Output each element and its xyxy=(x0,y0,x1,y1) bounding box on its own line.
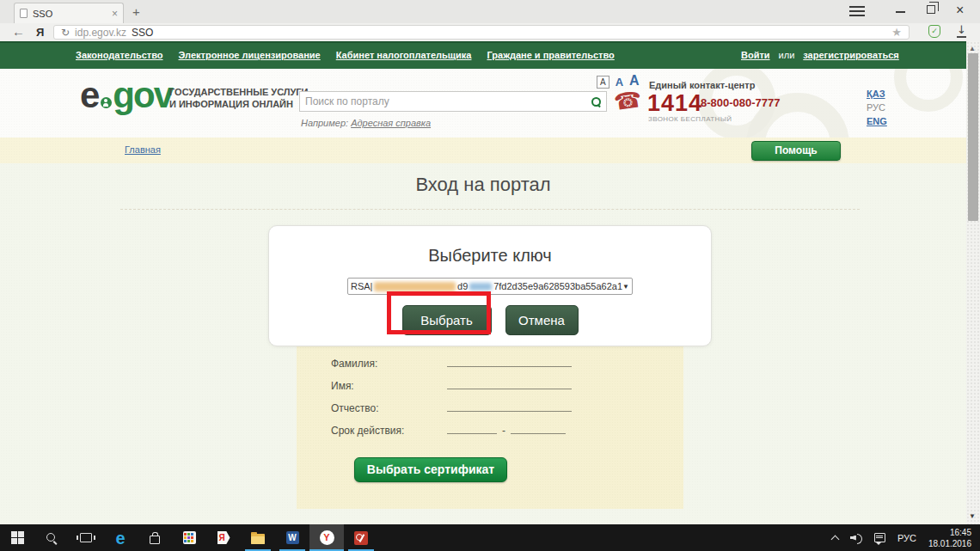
task-view-button[interactable] xyxy=(69,524,103,551)
browser-tab[interactable]: SSO × xyxy=(14,3,124,23)
address-bar: ← Я ↻ idp.egov.kz SSO ★ ✓ ↓ xyxy=(0,23,980,41)
ornament-swirl xyxy=(894,69,963,112)
start-button[interactable] xyxy=(0,524,34,551)
font-small-button[interactable]: A xyxy=(597,76,609,89)
logo-gov-text: gov xyxy=(113,79,172,112)
hidden-icons-chevron[interactable] xyxy=(830,535,839,543)
tab-close-icon[interactable]: × xyxy=(112,9,118,18)
contact-note: ЗВОНОК БЕСПЛАТНЫЙ xyxy=(648,115,732,123)
taskbar-search-button[interactable] xyxy=(34,524,69,551)
red-app-button[interactable] xyxy=(344,524,378,551)
form-row: Срок действия: - xyxy=(331,423,683,445)
back-button[interactable]: ← xyxy=(12,24,25,39)
dialog-title: Выберите ключ xyxy=(269,246,711,266)
page-scrollbar[interactable]: ▲ ▼ xyxy=(966,41,980,524)
edge-button[interactable]: e xyxy=(103,524,138,551)
form-row: Фамилия: xyxy=(331,356,683,378)
browser-tab-bar: SSO × + × xyxy=(0,0,980,23)
nav-link-citizens[interactable]: Граждане и правительство xyxy=(487,50,614,60)
field-line-surname xyxy=(447,356,572,367)
url-host: idp.egov.kz xyxy=(75,27,126,39)
clock-time: 16:45 xyxy=(928,527,971,538)
field-line-patronymic xyxy=(447,401,572,412)
url-field[interactable]: ↻ idp.egov.kz SSO ★ xyxy=(53,25,910,40)
nav-link-legislation[interactable]: Законодательство xyxy=(76,50,163,60)
field-label-name: Имя: xyxy=(331,380,447,392)
yandex-home-button[interactable]: Я xyxy=(36,26,44,39)
form-row: Имя: xyxy=(331,378,683,401)
field-label-surname: Фамилия: xyxy=(331,358,447,370)
page-icon xyxy=(20,9,28,18)
font-medium-button[interactable]: A xyxy=(616,76,623,89)
field-line-name xyxy=(447,378,572,389)
nav-link-taxpayer[interactable]: Кабинет налогоплательщика xyxy=(336,50,472,60)
yandex-search-button[interactable]: Я xyxy=(206,524,241,551)
yandex-browser-icon: Y xyxy=(320,530,334,545)
redacted-segment xyxy=(374,282,456,291)
key-prefix: RSA| xyxy=(351,281,372,291)
help-button[interactable]: Помощь xyxy=(751,141,841,161)
choose-certificate-button[interactable]: Выбрать сертификат xyxy=(354,457,507,482)
tab-title: SSO xyxy=(33,9,107,19)
contact-center-title: Единый контакт-центр xyxy=(649,80,755,90)
yandex-flag-icon: Я xyxy=(217,531,230,544)
dropdown-arrow-icon[interactable]: ▼ xyxy=(622,283,629,291)
nav-links: Законодательство Электронное лицензирова… xyxy=(76,50,615,60)
task-view-icon xyxy=(80,533,92,542)
red-app-icon xyxy=(354,531,368,545)
field-label-patronymic: Отчество: xyxy=(331,402,447,414)
apps-grid-button[interactable] xyxy=(172,524,206,551)
security-shield-icon[interactable]: ✓ xyxy=(928,25,940,38)
apps-grid-icon xyxy=(183,531,196,544)
download-icon[interactable]: ↓ xyxy=(957,24,966,38)
scrollbar-thumb[interactable] xyxy=(968,53,978,221)
nav-link-licensing[interactable]: Электронное лицензирование xyxy=(179,50,321,60)
lang-rus-current: РУС xyxy=(867,102,887,113)
store-button[interactable] xyxy=(138,524,172,551)
word-button[interactable]: W xyxy=(275,524,309,551)
search-input[interactable] xyxy=(305,95,591,107)
windows-logo-icon xyxy=(11,531,24,544)
portal-search xyxy=(299,91,607,112)
breadcrumb-strip: Главная Помощь xyxy=(0,138,966,163)
login-link[interactable]: Войти xyxy=(741,50,770,60)
key-suffix: 7fd2d35e9a628593ba55a62a1 xyxy=(493,281,622,291)
scroll-up-arrow[interactable]: ▲ xyxy=(969,45,976,52)
range-separator: - xyxy=(502,425,505,437)
scroll-down-arrow[interactable]: ▼ xyxy=(969,512,976,520)
lang-eng-link[interactable]: ENG xyxy=(867,116,887,126)
word-icon: W xyxy=(286,531,299,544)
volume-icon[interactable] xyxy=(850,533,862,543)
yandex-browser-button[interactable]: Y xyxy=(309,524,344,551)
example-link[interactable]: Адресная справка xyxy=(351,118,431,128)
window-minimize-button[interactable] xyxy=(896,11,905,13)
window-close-button[interactable]: × xyxy=(956,3,964,18)
auth-links: Войти или зарегистрироваться xyxy=(741,50,899,60)
register-link[interactable]: зарегистрироваться xyxy=(803,50,898,60)
key-mid: d9 xyxy=(457,281,468,291)
input-language-indicator[interactable]: РУС xyxy=(897,533,916,543)
store-bag-icon xyxy=(150,536,160,544)
cancel-button[interactable]: Отмена xyxy=(505,305,579,335)
reload-icon[interactable]: ↻ xyxy=(61,27,70,39)
search-icon[interactable] xyxy=(591,97,601,107)
lang-kaz-link[interactable]: ҚАЗ xyxy=(867,89,887,99)
file-explorer-button[interactable] xyxy=(241,524,275,551)
top-navigation: Законодательство Электронное лицензирова… xyxy=(0,41,966,69)
redacted-segment xyxy=(469,283,492,291)
field-line-valid-from xyxy=(447,423,497,434)
edge-icon: e xyxy=(115,530,125,546)
url-page-title: SSO xyxy=(132,27,886,39)
window-restore-button[interactable] xyxy=(927,5,935,14)
folder-icon xyxy=(251,534,265,544)
phone-icon: ☎ xyxy=(612,86,643,115)
search-example: Например: Адресная справка xyxy=(301,118,431,128)
browser-menu-icon[interactable] xyxy=(849,6,865,19)
breadcrumb-home-link[interactable]: Главная xyxy=(125,144,161,155)
action-center-icon[interactable] xyxy=(874,533,885,542)
egov-logo[interactable]: e gov xyxy=(80,79,172,112)
search-icon xyxy=(46,533,57,543)
clock[interactable]: 16:45 18.01.2016 xyxy=(928,527,971,549)
new-tab-button[interactable]: + xyxy=(132,4,140,19)
bookmark-star-icon[interactable]: ★ xyxy=(891,26,902,39)
